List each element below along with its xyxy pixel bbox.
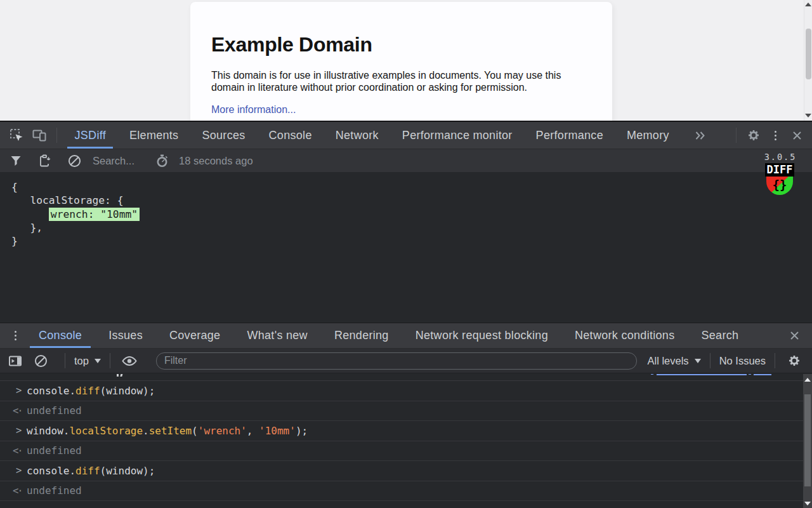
- diff-line: },: [11, 221, 140, 234]
- drawer-tab-search[interactable]: Search: [688, 323, 752, 348]
- console-text-segment: (: [192, 425, 198, 437]
- link-fragment[interactable]: [657, 374, 747, 375]
- context-selector[interactable]: top: [74, 355, 89, 367]
- console-result-row[interactable]: <·undefined: [0, 481, 803, 502]
- filter-placeholder: Filter: [164, 355, 187, 366]
- console-result-row[interactable]: <·undefined: [0, 401, 803, 422]
- settings-gear-icon[interactable]: [742, 125, 765, 145]
- divider: [736, 128, 737, 143]
- eye-icon[interactable]: [119, 351, 140, 370]
- scroll-down-arrow[interactable]: [805, 114, 811, 117]
- inspect-element-icon[interactable]: [5, 125, 28, 145]
- more-information-link[interactable]: More information...: [211, 104, 591, 116]
- divider: [710, 353, 710, 368]
- browser-viewport: Example Domain This domain is for use in…: [0, 0, 812, 121]
- drawer-tab-network-request-blocking[interactable]: Network request blocking: [402, 323, 561, 348]
- result-arrow-icon: <·: [13, 441, 22, 461]
- main-tab-list: JSDiffElementsSourcesConsoleNetworkPerfo…: [63, 122, 681, 149]
- divider: [56, 128, 57, 143]
- devtools-tab-jsdiff[interactable]: JSDiff: [63, 122, 117, 149]
- console-input-row[interactable]: >console.diff(window);: [0, 461, 803, 481]
- drawer-tab-what-s-new[interactable]: What's new: [233, 323, 320, 348]
- devtools-tab-network[interactable]: Network: [324, 122, 390, 149]
- drawer-kebab-menu-icon[interactable]: [5, 326, 25, 346]
- search-field[interactable]: Search...: [93, 155, 134, 167]
- diff-line: localStorage: {: [11, 194, 140, 207]
- devtools-tab-performance-monitor[interactable]: Performance monitor: [390, 122, 524, 149]
- page-scrollbar[interactable]: [804, 0, 812, 121]
- console-filter-input[interactable]: Filter: [156, 352, 637, 370]
- input-chevron-icon: >: [16, 461, 22, 481]
- drawer-tab-issues[interactable]: Issues: [95, 323, 156, 348]
- console-text-segment: 'wrench': [198, 425, 247, 437]
- diff-added-highlight: wrench: "10mm": [49, 208, 140, 221]
- devtools-tab-sources[interactable]: Sources: [190, 122, 257, 149]
- result-arrow-icon: <·: [13, 481, 22, 501]
- console-text-segment: '10mm': [259, 425, 296, 437]
- close-devtools-icon[interactable]: [785, 125, 808, 145]
- drawer-tab-console[interactable]: Console: [25, 323, 95, 348]
- clear-icon[interactable]: [63, 151, 85, 170]
- jsdiff-toolbar: Search... 18 seconds ago 3.0.5 DIFF {}: [0, 149, 812, 172]
- scroll-up-arrow[interactable]: [805, 3, 811, 6]
- devtools-tab-performance[interactable]: Performance: [524, 122, 615, 149]
- example-domain-card: Example Domain This domain is for use in…: [190, 2, 612, 121]
- page-paragraph: This domain is for use in illustrative e…: [211, 70, 591, 93]
- console-text-segment: ,: [247, 425, 259, 437]
- close-drawer-icon[interactable]: [783, 326, 806, 346]
- drawer-tab-coverage[interactable]: Coverage: [156, 323, 233, 348]
- snapshot-timestamp: 18 seconds ago: [179, 155, 253, 167]
- scrollbar-thumb[interactable]: [804, 394, 811, 486]
- stopwatch-icon: [151, 151, 173, 170]
- issues-counter[interactable]: No Issues: [719, 355, 766, 367]
- devtools-tab-bar: JSDiffElementsSourcesConsoleNetworkPerfo…: [0, 122, 812, 149]
- more-tabs-icon[interactable]: [688, 125, 711, 145]
- chevron-down-icon: [95, 359, 101, 363]
- clipboard-icon[interactable]: [34, 151, 56, 170]
- console-input-row[interactable]: >console.diff(window);: [0, 381, 803, 401]
- console-text-segment: console.: [27, 385, 75, 397]
- jsdiff-brand: 3.0.5 DIFF {}: [764, 152, 796, 195]
- devtools-panel: JSDiffElementsSourcesConsoleNetworkPerfo…: [0, 121, 812, 508]
- filter-funnel-icon[interactable]: [5, 151, 27, 170]
- device-toolbar-icon[interactable]: [28, 125, 51, 145]
- devtools-tab-console[interactable]: Console: [257, 122, 324, 149]
- link-fragment[interactable]: [749, 374, 751, 375]
- input-chevron-icon: >: [16, 421, 22, 441]
- kebab-menu-icon[interactable]: [765, 125, 785, 145]
- clear-console-icon[interactable]: [30, 351, 51, 370]
- drawer-tab-rendering[interactable]: Rendering: [321, 323, 402, 348]
- log-level-selector[interactable]: All levels: [648, 355, 689, 367]
- console-text-segment: .: [143, 425, 149, 437]
- scroll-up-arrow[interactable]: [804, 378, 811, 382]
- chevron-down-icon: [695, 359, 701, 363]
- console-text-segment: console.: [27, 465, 75, 477]
- console-text-segment: diff: [75, 465, 100, 477]
- console-text-segment: undefined: [27, 485, 82, 497]
- console-settings-gear-icon[interactable]: [784, 351, 804, 370]
- console-drawer: ConsoleIssuesCoverageWhat's newRendering…: [0, 323, 812, 508]
- scroll-down-arrow[interactable]: [804, 502, 811, 505]
- divider: [65, 353, 65, 368]
- console-text-segment: localStorage: [69, 425, 143, 437]
- page-title: Example Domain: [211, 33, 591, 57]
- console-text-segment: undefined: [27, 444, 82, 457]
- console-input-row[interactable]: >window.localStorage.setItem('wrench', '…: [0, 421, 803, 441]
- diff-line: }: [11, 234, 140, 248]
- devtools-tab-elements[interactable]: Elements: [117, 122, 190, 149]
- devtools-tab-memory[interactable]: Memory: [615, 122, 681, 149]
- drawer-tab-network-conditions[interactable]: Network conditions: [561, 323, 688, 348]
- console-result-row[interactable]: <·undefined: [0, 441, 803, 462]
- console-scrollbar[interactable]: [803, 374, 812, 508]
- console-row-partial: [0, 374, 803, 381]
- console-text-segment: diff: [75, 385, 100, 397]
- link-fragment[interactable]: [651, 374, 653, 375]
- jsdiff-version: 3.0.5: [764, 152, 797, 162]
- console-text-segment: );: [296, 425, 308, 437]
- console-text-segment: setItem: [149, 425, 192, 437]
- console-text-segment: undefined: [27, 404, 82, 417]
- link-fragment[interactable]: [754, 374, 771, 375]
- scrollbar-thumb[interactable]: [806, 29, 811, 79]
- jsdiff-logo-label: DIFF: [765, 163, 794, 177]
- console-sidebar-icon[interactable]: [5, 351, 25, 370]
